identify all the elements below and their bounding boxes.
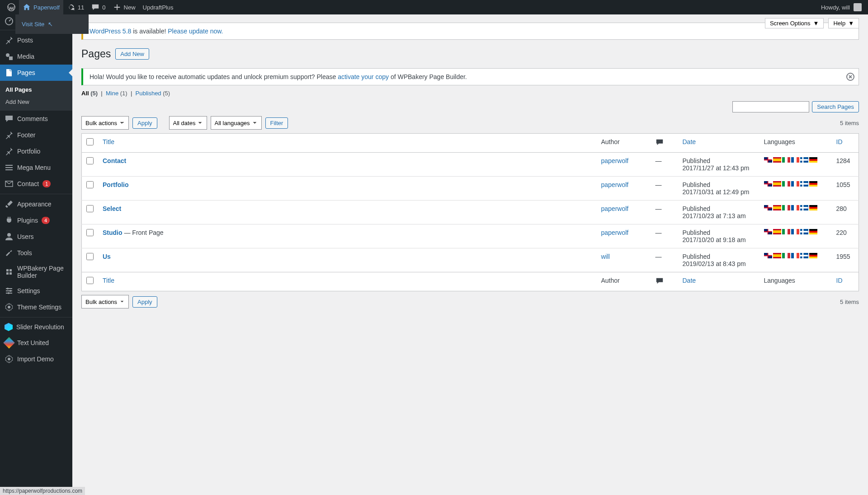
flag-es-icon[interactable] [773, 205, 781, 210]
howdy[interactable]: Howdy, will [821, 4, 850, 11]
sidebar-tools[interactable]: Tools [0, 245, 72, 261]
date-filter-select[interactable]: All dates [169, 116, 207, 130]
col-title-foot[interactable]: Title [103, 277, 114, 284]
flag-fr-icon[interactable] [791, 205, 799, 210]
sidebar-media[interactable]: Media [0, 48, 72, 65]
sidebar-comments[interactable]: Comments [0, 111, 72, 127]
flag-fr-icon[interactable] [791, 157, 799, 163]
col-title[interactable]: Title [103, 138, 114, 145]
flag-it-icon[interactable] [782, 181, 790, 187]
sidebar-appearance[interactable]: Appearance [0, 196, 72, 212]
row-author-link[interactable]: paperwolf [601, 181, 629, 188]
col-date-foot[interactable]: Date [683, 277, 696, 284]
dismiss-button[interactable] [846, 72, 855, 81]
flag-it-icon[interactable] [782, 253, 790, 258]
col-date[interactable]: Date [683, 138, 696, 145]
flag-is-icon[interactable] [800, 229, 808, 234]
col-id[interactable]: ID [836, 138, 843, 145]
row-checkbox[interactable] [86, 181, 94, 188]
row-author-link[interactable]: will [601, 253, 610, 260]
flag-uk-icon[interactable] [764, 157, 772, 163]
filter-button[interactable]: Filter [265, 117, 288, 129]
flag-de-icon[interactable] [809, 205, 817, 210]
flag-uk-icon[interactable] [764, 229, 772, 234]
flag-is-icon[interactable] [800, 181, 808, 187]
flag-fr-icon[interactable] [791, 229, 799, 234]
updraft[interactable]: UpdraftPlus [139, 0, 177, 14]
row-title-link[interactable]: Studio [103, 229, 123, 236]
sidebar-footer[interactable]: Footer [0, 127, 72, 143]
sidebar-settings[interactable]: Settings [0, 283, 72, 299]
flag-it-icon[interactable] [782, 205, 790, 210]
sidebar-posts[interactable]: Posts [0, 32, 72, 48]
new[interactable]: New [109, 0, 139, 14]
sidebar-theme-settings[interactable]: Theme Settings [0, 299, 72, 315]
sidebar-add-new[interactable]: Add New [0, 96, 72, 108]
apply-button-bottom[interactable]: Apply [132, 296, 157, 308]
filter-published[interactable]: Published (5) [136, 90, 170, 97]
sidebar-pages[interactable]: Pages [0, 65, 72, 81]
flag-de-icon[interactable] [809, 253, 817, 258]
flag-fr-icon[interactable] [791, 181, 799, 187]
home-icon [23, 3, 31, 11]
col-id-foot[interactable]: ID [836, 277, 843, 284]
flag-de-icon[interactable] [809, 229, 817, 234]
flag-es-icon[interactable] [773, 229, 781, 234]
row-checkbox[interactable] [86, 205, 94, 212]
flag-uk-icon[interactable] [764, 181, 772, 187]
site-name[interactable]: Paperwolf [19, 0, 63, 14]
sidebar-mega-menu[interactable]: Mega Menu [0, 159, 72, 176]
flag-is-icon[interactable] [800, 205, 808, 210]
flag-is-icon[interactable] [800, 253, 808, 258]
screen-options-button[interactable]: Screen Options ▼ [765, 18, 824, 28]
flag-is-icon[interactable] [800, 157, 808, 163]
bulk-actions-select[interactable]: Bulk actions [81, 116, 129, 130]
flag-de-icon[interactable] [809, 181, 817, 187]
row-title-link[interactable]: Portfolio [103, 181, 129, 188]
apply-button-top[interactable]: Apply [132, 117, 157, 129]
wp-version-link[interactable]: WordPress 5.8 [90, 28, 131, 35]
visit-site[interactable]: Visit Site ↖ [22, 18, 82, 30]
select-all-bottom[interactable] [86, 277, 94, 284]
flag-uk-icon[interactable] [764, 205, 772, 210]
row-author-link[interactable]: paperwolf [601, 229, 629, 236]
row-checkbox[interactable] [86, 229, 94, 236]
row-title-link[interactable]: Select [103, 205, 121, 212]
row-title-link[interactable]: Us [103, 253, 111, 260]
activate-copy-link[interactable]: activate your copy [338, 73, 389, 80]
filter-mine[interactable]: Mine (1) [106, 90, 127, 97]
sidebar-wpbakery[interactable]: WPBakery Page Builder [0, 261, 72, 283]
flag-es-icon[interactable] [773, 253, 781, 258]
row-checkbox[interactable] [86, 157, 94, 164]
flag-de-icon[interactable] [809, 157, 817, 163]
flag-it-icon[interactable] [782, 157, 790, 163]
row-checkbox[interactable] [86, 253, 94, 260]
flag-it-icon[interactable] [782, 229, 790, 234]
search-input[interactable] [732, 101, 809, 112]
row-author-link[interactable]: paperwolf [601, 205, 629, 212]
bulk-actions-select-bottom[interactable]: Bulk actions [81, 295, 129, 308]
flag-es-icon[interactable] [773, 157, 781, 163]
search-button[interactable]: Search Pages [812, 101, 859, 112]
flag-uk-icon[interactable] [764, 253, 772, 258]
language-filter-select[interactable]: All languages [211, 116, 262, 130]
add-new-button[interactable]: Add New [115, 48, 149, 60]
row-author-link[interactable]: paperwolf [601, 157, 629, 164]
update-now-link[interactable]: Please update now. [168, 28, 223, 35]
help-button[interactable]: Help ▼ [828, 18, 859, 28]
avatar[interactable] [854, 3, 862, 11]
select-all-top[interactable] [86, 138, 94, 145]
flag-fr-icon[interactable] [791, 253, 799, 258]
sidebar-users[interactable]: Users [0, 229, 72, 245]
sidebar-contact[interactable]: Contact 1 [0, 176, 72, 192]
updates[interactable]: 11 [63, 0, 88, 14]
sidebar-all-pages[interactable]: All Pages [0, 84, 72, 96]
comments[interactable]: 0 [88, 0, 109, 14]
row-title-link[interactable]: Contact [103, 157, 126, 164]
flag-es-icon[interactable] [773, 181, 781, 187]
sidebar-slider[interactable]: Slider Revolution [0, 319, 72, 330]
sidebar-plugins[interactable]: Plugins 4 [0, 212, 72, 229]
filter-all[interactable]: All (5) [81, 90, 98, 97]
sidebar-portfolio[interactable]: Portfolio [0, 143, 72, 159]
wp-logo[interactable] [4, 0, 19, 14]
